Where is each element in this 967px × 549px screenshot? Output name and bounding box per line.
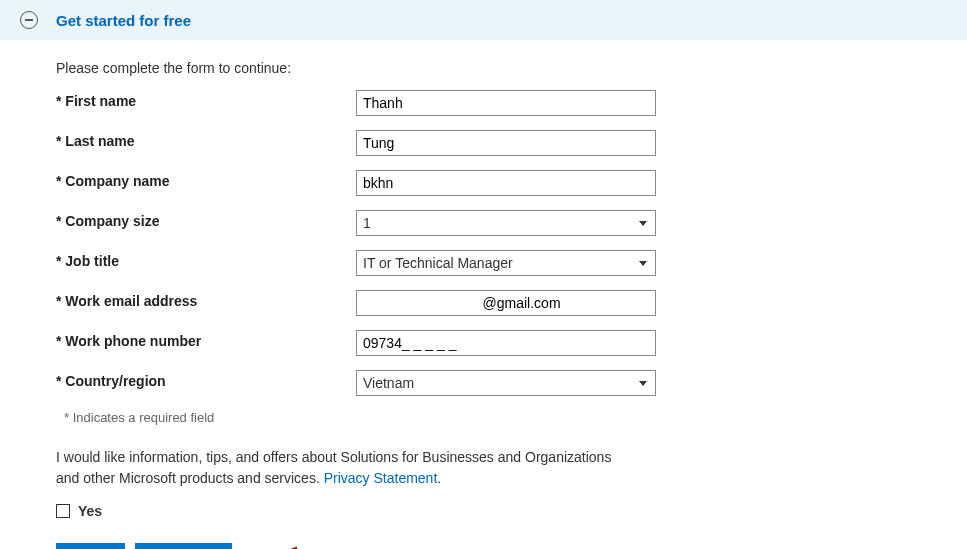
annotation-arrow-icon	[256, 544, 336, 549]
continue-button[interactable]: Continue	[135, 543, 232, 549]
banner-title: Get started for free	[56, 12, 191, 29]
country-label: * Country/region	[56, 370, 356, 389]
company-name-input[interactable]	[356, 170, 656, 196]
back-button[interactable]: Back	[56, 543, 125, 549]
work-phone-label: * Work phone number	[56, 330, 356, 349]
work-phone-input[interactable]	[356, 330, 656, 356]
company-size-value: 1	[363, 215, 371, 231]
privacy-link[interactable]: Privacy Statement	[324, 470, 438, 486]
required-note: * Indicates a required field	[64, 410, 967, 425]
collapse-icon[interactable]	[20, 11, 38, 29]
consent-period: .	[437, 470, 441, 486]
job-title-select[interactable]: IT or Technical Manager	[356, 250, 656, 276]
work-email-input[interactable]	[356, 290, 656, 316]
consent-text: I would like information, tips, and offe…	[56, 447, 616, 489]
work-email-label: * Work email address	[56, 290, 356, 309]
company-name-label: * Company name	[56, 170, 356, 189]
consent-checkbox-label: Yes	[78, 503, 102, 519]
header-banner: Get started for free	[0, 0, 967, 40]
form-content: Please complete the form to continue: * …	[0, 40, 967, 549]
company-size-select[interactable]: 1	[356, 210, 656, 236]
country-select[interactable]: Vietnam	[356, 370, 656, 396]
chevron-down-icon	[639, 261, 647, 266]
job-title-label: * Job title	[56, 250, 356, 269]
last-name-label: * Last name	[56, 130, 356, 149]
first-name-input[interactable]	[356, 90, 656, 116]
first-name-label: * First name	[56, 90, 356, 109]
country-value: Vietnam	[363, 375, 414, 391]
company-size-label: * Company size	[56, 210, 356, 229]
instruction-text: Please complete the form to continue:	[56, 60, 967, 76]
chevron-down-icon	[639, 221, 647, 226]
chevron-down-icon	[639, 381, 647, 386]
last-name-input[interactable]	[356, 130, 656, 156]
job-title-value: IT or Technical Manager	[363, 255, 513, 271]
consent-checkbox[interactable]	[56, 504, 70, 518]
